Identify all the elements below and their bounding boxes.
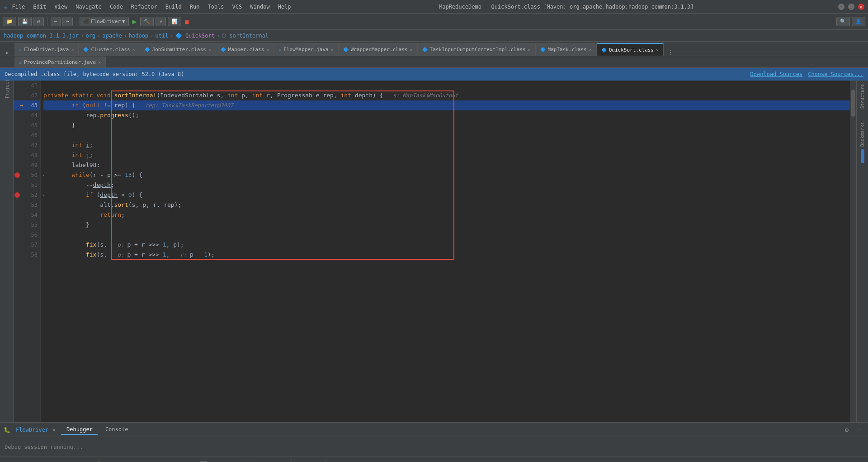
tab-close-wrappedmapper[interactable]: ✕: [410, 47, 413, 52]
menu-bar: ☕ File Edit View Navigate Code Refactor …: [0, 0, 868, 14]
tab-maptask[interactable]: 🔷 MapTask.class ✕: [536, 43, 597, 56]
code-line-50: while (r - p >= 13 ) {: [43, 170, 850, 180]
menu-vcs[interactable]: VCS: [229, 3, 246, 11]
toolbar-back-btn[interactable]: ←: [51, 17, 61, 26]
breadcrumb-apache[interactable]: apache: [102, 33, 122, 39]
tab-close-mapper[interactable]: ✕: [266, 47, 269, 52]
tab-provincepartitioner[interactable]: ☕ ProvincePartitioner.java ✕: [14, 57, 106, 67]
todo-btn[interactable]: ☑ TODO: [128, 460, 152, 462]
debug-minimize-icon[interactable]: ─: [854, 425, 864, 435]
tab-class-icon-7: 🔷: [601, 48, 607, 52]
breadcrumb-hadoop[interactable]: hadoop: [129, 33, 148, 39]
left-sidebar: Project: [0, 81, 14, 422]
debug-btn[interactable]: 🐛 Debug: [93, 460, 124, 462]
tab-class-icon-4: 🔷: [343, 47, 349, 52]
debug-session-close[interactable]: ✕: [52, 426, 56, 433]
code-line-42: private static void sortInternal ( Index…: [43, 90, 850, 100]
vertical-scrollbar[interactable]: [850, 81, 856, 422]
menu-code[interactable]: Code: [106, 3, 127, 11]
stop-button[interactable]: ■: [183, 18, 190, 25]
menu-edit[interactable]: Edit: [29, 3, 50, 11]
debug-settings-icon[interactable]: ⚙: [842, 425, 852, 435]
run-config-dropdown[interactable]: ⬛ FlowDriver ▼: [80, 17, 129, 26]
toolbar-debug-more-btn[interactable]: ⚡: [156, 17, 166, 26]
project-panel-toggle[interactable]: ▶: [0, 50, 14, 56]
ln-46: 46: [14, 130, 40, 140]
scrollbar-thumb[interactable]: [851, 90, 855, 117]
run-btn[interactable]: ▶ Run: [68, 460, 90, 462]
tab-close-quicksort[interactable]: ✕: [656, 48, 659, 52]
breakpoint-50: [14, 172, 20, 178]
tab-close-maptask[interactable]: ✕: [589, 47, 592, 52]
problems-btn[interactable]: ⚠ Problems: [156, 460, 193, 462]
ln-56: 56: [14, 230, 40, 240]
breadcrumb-org[interactable]: org: [85, 33, 95, 39]
version-control-btn[interactable]: ⎇ Version Control: [4, 460, 64, 462]
tab-close-taskinputoutput[interactable]: ✕: [528, 47, 531, 52]
tab-mapper[interactable]: 🔷 Mapper.class ✕: [216, 43, 274, 56]
tab-flowmapper[interactable]: ☕ FlowMapper.java ✕: [274, 43, 338, 56]
bottom-toolbar: ⎇ Version Control ▶ Run 🐛 Debug ☑ TODO ⚠…: [0, 457, 868, 462]
breakpoint-52: [14, 192, 20, 198]
tab-close-flowmapper[interactable]: ✕: [331, 47, 334, 52]
project-icon[interactable]: Project: [1, 83, 12, 94]
tab-close-jobsubmitter[interactable]: ✕: [208, 47, 211, 52]
maximize-button[interactable]: □: [848, 4, 854, 10]
bookmarks-label[interactable]: Bookmarks: [860, 122, 865, 147]
menu-build[interactable]: Build: [162, 3, 185, 11]
debug-tab-debugger[interactable]: Debugger: [61, 425, 98, 435]
app-icon: ☕: [4, 3, 7, 10]
tab-wrappedmapper[interactable]: 🔷 WrappedMapper.class ✕: [339, 43, 418, 56]
tab-overflow-btn[interactable]: ⋮: [664, 49, 677, 56]
toolbar-refresh-btn[interactable]: ↺: [33, 17, 44, 26]
code-line-45: }: [43, 120, 850, 130]
tab-flowdriver[interactable]: ☕ FlowDriver.java ✕: [14, 43, 79, 56]
search-everywhere-btn[interactable]: 🔍: [836, 17, 850, 26]
toolbar-build-btn[interactable]: 🔨: [140, 17, 154, 26]
ln-58: 58: [14, 250, 40, 260]
structure-label[interactable]: Structure: [860, 84, 865, 109]
debug-status: Debug session running...: [5, 444, 83, 450]
tab-jobsubmitter[interactable]: 🔷 JobSubmitter.class ✕: [140, 43, 216, 56]
profiler-btn[interactable]: 📊 Profiler: [196, 460, 236, 462]
menu-navigate[interactable]: Navigate: [72, 3, 105, 11]
code-area[interactable]: private static void sortInternal ( Index…: [41, 81, 850, 422]
menu-refactor[interactable]: Refactor: [127, 3, 161, 11]
toolbar-profile-btn[interactable]: 📊: [168, 17, 181, 26]
code-line-57: fix (s, p: p + r >>> 1 , p);: [43, 240, 850, 250]
toolbar-open-btn[interactable]: 📁: [3, 17, 16, 26]
tab-taskinputoutput[interactable]: 🔷 TaskInputOutputContextImpl.class ✕: [418, 43, 536, 56]
toolbar-sep-2: [76, 17, 76, 26]
menu-help[interactable]: Help: [274, 3, 295, 11]
tab-close-province[interactable]: ✕: [98, 60, 101, 65]
menu-run[interactable]: Run: [186, 3, 203, 11]
tab-close-cluster[interactable]: ✕: [132, 47, 135, 52]
code-line-41: [43, 81, 850, 90]
close-button[interactable]: ✕: [858, 4, 864, 10]
build-btn[interactable]: 🔨 Build: [284, 460, 315, 462]
menu-tools[interactable]: Tools: [204, 3, 227, 11]
menu-file[interactable]: File: [8, 3, 28, 11]
download-sources-link[interactable]: Download Sources: [750, 71, 803, 77]
run-button[interactable]: ▶: [131, 17, 139, 26]
ln-57: 57: [14, 240, 40, 250]
debug-tab-console[interactable]: Console: [100, 425, 134, 435]
menu-view[interactable]: View: [51, 3, 71, 11]
settings-btn[interactable]: 👤: [852, 17, 865, 26]
terminal-btn[interactable]: ⬛ Terminal: [240, 460, 280, 462]
toolbar-forward-btn[interactable]: →: [62, 17, 73, 26]
minimize-button[interactable]: ─: [838, 4, 844, 10]
choose-sources-link[interactable]: Choose Sources...: [808, 71, 863, 77]
dependencies-btn[interactable]: 📦 Dependencies: [319, 460, 371, 462]
breadcrumb-util[interactable]: util: [156, 33, 169, 39]
ln-52: 52 ▾: [14, 190, 40, 200]
toolbar-save-btn[interactable]: 💾: [18, 17, 32, 26]
tab-quicksort[interactable]: 🔷 QuickSort.class ✕: [597, 43, 664, 56]
code-line-56: [43, 230, 850, 240]
tab-cluster[interactable]: 🔷 Cluster.class ✕: [79, 43, 140, 56]
tab-close-flowdriver[interactable]: ✕: [71, 47, 74, 52]
code-line-48: int j ;: [43, 150, 850, 160]
menu-window[interactable]: Window: [246, 3, 273, 11]
breadcrumb-jar[interactable]: hadoop-common-3.1.3.jar: [4, 33, 79, 39]
debug-panel: 🐛 FlowDriver ✕ Debugger Console ⚙ ─ Debu…: [0, 422, 868, 457]
